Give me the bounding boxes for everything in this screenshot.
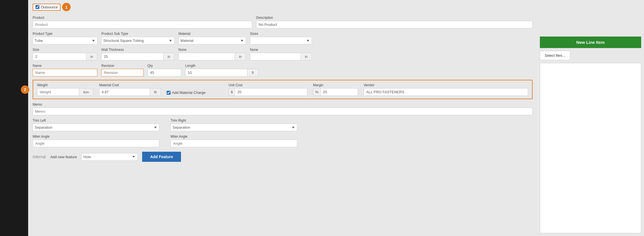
revision-input[interactable]: [101, 69, 144, 76]
trim-right-label: Trim Right: [171, 119, 297, 122]
none2-input[interactable]: [250, 53, 301, 60]
description-label: Description: [256, 16, 533, 20]
add-material-charge-checkbox[interactable]: [167, 91, 171, 95]
none1-unit[interactable]: in: [235, 53, 246, 60]
weight-label: Weight: [37, 83, 93, 87]
product-input[interactable]: [33, 21, 252, 28]
miter-right-label: Miter Angle: [171, 135, 297, 139]
weight-unit[interactable]: lb/in kg/m: [79, 88, 93, 96]
revision-label: Revision: [101, 64, 144, 68]
memo-input[interactable]: [33, 108, 533, 115]
vendor-label: Vendor: [364, 83, 528, 87]
margin-prefix: %: [313, 88, 321, 96]
miter-left-input[interactable]: [33, 140, 159, 147]
outsource-container[interactable]: Outsource: [33, 4, 61, 11]
add-feature-button[interactable]: Add Feature: [142, 152, 181, 162]
miter-left-label: Miter Angle: [33, 135, 159, 139]
qty-input[interactable]: [147, 69, 181, 76]
feature-type-select[interactable]: Hole Slot Notch Bend: [81, 153, 138, 161]
wall-thickness-unit[interactable]: in ft: [163, 53, 175, 60]
sizes-label: Sizes: [250, 32, 312, 36]
none2-unit[interactable]: in: [301, 53, 312, 60]
margin-label: Margin: [313, 83, 358, 87]
select-files-button[interactable]: Select files...: [540, 51, 570, 60]
name-label: Name: [33, 64, 97, 68]
weight-input[interactable]: [37, 88, 79, 96]
miter-right-input[interactable]: [171, 140, 297, 147]
material-label: Material: [178, 32, 246, 36]
add-new-feature-label: Add new feature: [50, 155, 77, 159]
length-unit[interactable]: ft in m: [247, 69, 258, 76]
outsource-label: Outsource: [41, 5, 58, 9]
size-label: Size: [33, 48, 97, 52]
trim-left-label: Trim Left: [33, 119, 159, 122]
material-cost-input[interactable]: [99, 88, 150, 96]
add-material-charge-label[interactable]: Add Material Charge: [167, 90, 223, 95]
length-label: Length: [185, 64, 258, 68]
none2-label: None: [250, 48, 312, 52]
badge-1: 1: [62, 3, 71, 11]
internal-label: Internal: [33, 155, 46, 159]
product-type-select[interactable]: Tube Pipe Bar Sheet: [33, 37, 97, 44]
description-input[interactable]: [256, 21, 533, 28]
material-cost-unit[interactable]: lb in: [150, 88, 161, 96]
qty-label: Qty: [147, 64, 181, 68]
product-type-label: Product Type: [33, 32, 97, 36]
unit-cost-prefix: $: [229, 88, 235, 96]
trim-left-select[interactable]: Separation None Miter Cope: [33, 124, 159, 131]
sizes-select[interactable]: [250, 37, 312, 44]
none1-input[interactable]: [178, 53, 235, 60]
wall-thickness-label: Wall Thickness: [101, 48, 175, 52]
trim-right-select[interactable]: Separation None Miter Cope: [171, 124, 297, 131]
image-area: [540, 63, 641, 233]
memo-label: Memo: [33, 103, 533, 106]
length-input[interactable]: [185, 69, 247, 76]
vendor-input[interactable]: [364, 88, 528, 96]
unit-cost-input[interactable]: [235, 88, 307, 96]
product-label: Product: [33, 16, 252, 20]
new-line-item-button[interactable]: New Line Item: [540, 37, 641, 48]
outsource-checkbox[interactable]: [35, 5, 39, 9]
wall-thickness-input[interactable]: [101, 53, 163, 60]
margin-input[interactable]: [321, 88, 358, 96]
material-select[interactable]: Material Steel Aluminum: [178, 37, 246, 44]
unit-cost-label: Unit Cost: [229, 83, 307, 87]
name-input[interactable]: [33, 69, 97, 76]
size-input[interactable]: [33, 53, 86, 60]
size-unit[interactable]: in ft mm: [86, 53, 97, 60]
material-cost-label: Material Cost: [99, 83, 161, 87]
product-sub-type-label: Product Sub Type: [101, 32, 175, 36]
product-sub-type-select[interactable]: Structural Square Tubing Round Tubing Sq…: [101, 37, 175, 44]
badge-2: 2: [21, 85, 29, 94]
none1-label: None: [178, 48, 246, 52]
